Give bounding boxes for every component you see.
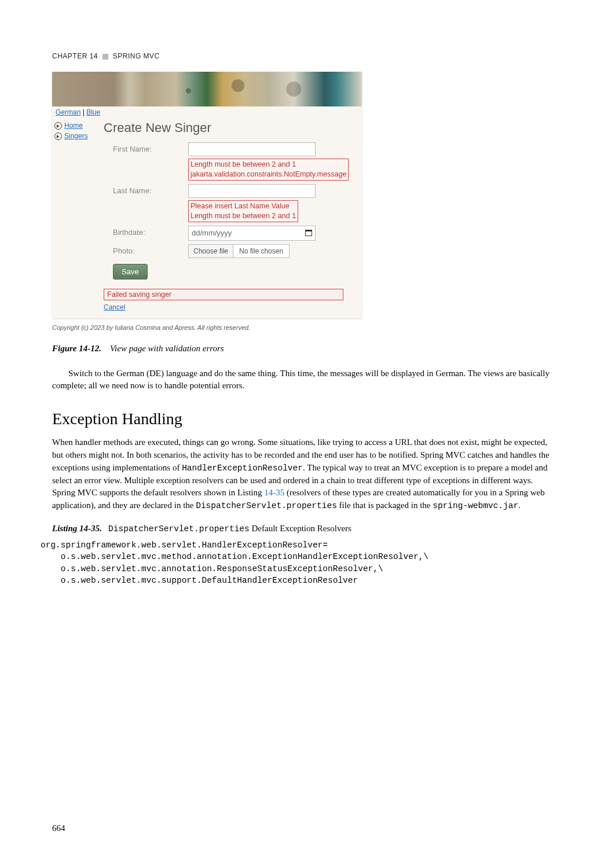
chapter-header: CHAPTER 14 SPRING MVC (52, 52, 556, 60)
last-name-errors: Please insert Last Name Value Length mus… (188, 200, 298, 222)
calendar-icon[interactable] (305, 230, 312, 236)
main-panel: Create New Singer First Name: Length mus… (101, 118, 362, 318)
first-name-row: First Name: Length must be between 2 and… (104, 142, 353, 181)
date-placeholder: dd/mm/yyyy (192, 229, 232, 237)
section-heading: Exception Handling (52, 410, 556, 428)
save-button[interactable]: Save (113, 264, 148, 279)
choose-file-button[interactable]: Choose file (189, 245, 233, 258)
listing-label: Listing 14-35. (52, 524, 102, 533)
code-listing: org.springframework.web.servlet.HandlerE… (41, 539, 556, 586)
german-link[interactable]: German (56, 108, 80, 116)
birthdate-label: Birthdate: (113, 226, 188, 237)
cancel-link[interactable]: Cancel (104, 303, 125, 311)
sidebar-item-singers[interactable]: Singers (54, 132, 99, 140)
app-screenshot: German | Blue Home Singers Create New Si… (52, 72, 362, 318)
last-name-label: Last Name: (113, 184, 188, 195)
language-theme-links: German | Blue (52, 106, 362, 118)
figure-title: View page with validation errors (110, 344, 224, 353)
first-name-errors: Length must be between 2 and 1 jakarta.v… (188, 159, 349, 181)
sidebar: Home Singers (52, 118, 101, 318)
body-paragraph-2: When handler methods are executed, thing… (52, 436, 556, 512)
banner-image (52, 72, 362, 106)
photo-row: Photo: Choose file No file chosen (104, 244, 353, 258)
blue-theme-link[interactable]: Blue (86, 108, 100, 116)
sidebar-item-label[interactable]: Singers (64, 132, 88, 140)
first-name-input[interactable] (188, 142, 316, 156)
photo-file-input[interactable]: Choose file No file chosen (188, 244, 290, 258)
chapter-title: SPRING MVC (113, 52, 160, 60)
listing-title: Default Exception Resolvers (250, 524, 351, 533)
separator-box-icon (102, 54, 108, 60)
arrow-right-icon (54, 133, 62, 140)
birthdate-input[interactable]: dd/mm/yyyy (188, 226, 316, 241)
last-name-row: Last Name: Please insert Last Name Value… (104, 184, 353, 222)
sidebar-item-label[interactable]: Home (64, 122, 83, 130)
file-status-text: No file chosen (233, 245, 289, 258)
figure-caption: Figure 14-12. View page with validation … (52, 344, 556, 354)
birthdate-row: Birthdate: dd/mm/yyyy (104, 226, 353, 241)
page-title: Create New Singer (104, 120, 353, 135)
last-name-input[interactable] (188, 184, 316, 198)
page-number: 664 (52, 823, 65, 833)
sidebar-item-home[interactable]: Home (54, 122, 99, 130)
chapter-number: CHAPTER 14 (52, 52, 98, 60)
photo-label: Photo: (113, 244, 188, 255)
body-paragraph-1: Switch to the German (DE) language and d… (52, 367, 556, 393)
screenshot-copyright: Copyright (c) 2023 by Iuliana Cosmina an… (52, 324, 556, 331)
listing-ref-link[interactable]: 14-35 (264, 488, 284, 497)
figure-label: Figure 14-12. (52, 344, 101, 353)
listing-caption: Listing 14-35. DispatcherServlet.propert… (52, 524, 556, 534)
arrow-right-icon (54, 122, 62, 130)
listing-code-name: DispatcherServlet.properties (108, 524, 250, 534)
save-error-banner: Failed saving singer (104, 289, 343, 300)
first-name-label: First Name: (113, 142, 188, 153)
